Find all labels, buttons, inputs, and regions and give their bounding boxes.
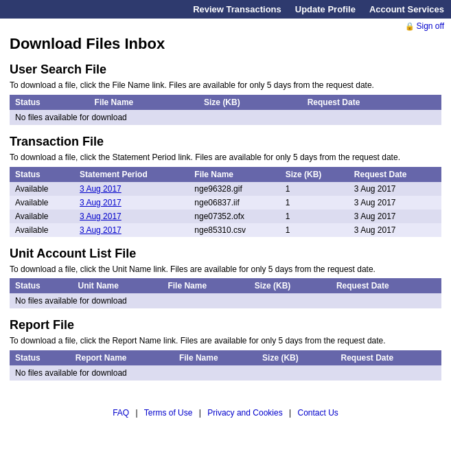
report-table: Status Report Name File Name Size (KB) R… [10, 350, 441, 381]
trans-date: 3 Aug 2017 [349, 209, 441, 223]
trans-col-date: Request Date [349, 167, 441, 182]
trans-filename: nge96328.gif [189, 182, 279, 196]
unit-col-size: Size (KB) [249, 278, 331, 293]
report-col-size: Size (KB) [257, 350, 335, 365]
trans-filename: nge06837.iif [189, 196, 279, 209]
report-col-date: Request Date [336, 350, 441, 365]
table-row: Available 3 Aug 2017 nge07352.ofx 1 3 Au… [10, 209, 441, 223]
unit-col-date: Request Date [331, 278, 441, 293]
user-search-title: User Search File [10, 63, 441, 77]
page-title: Download Files Inbox [10, 35, 441, 53]
table-row: Available 3 Aug 2017 nge96328.gif 1 3 Au… [10, 182, 441, 196]
unit-account-table: Status Unit Name File Name Size (KB) Req… [10, 278, 441, 308]
nav-account-services[interactable]: Account Services [369, 4, 444, 14]
report-empty: No files available for download [10, 365, 441, 381]
user-search-col-date: Request Date [302, 95, 441, 110]
user-search-table: Status File Name Size (KB) Request Date … [10, 95, 441, 125]
trans-status: Available [10, 182, 74, 196]
report-section: Report File To download a file, click th… [10, 318, 441, 381]
trans-status: Available [10, 209, 74, 223]
report-desc: To download a file, click the Report Nam… [10, 335, 441, 347]
table-row: No files available for download [10, 293, 441, 308]
footer-sep-1: | [136, 408, 138, 418]
trans-size: 1 [280, 182, 349, 196]
trans-period[interactable]: 3 Aug 2017 [74, 182, 189, 196]
footer: FAQ | Terms of Use | Privacy and Cookies… [0, 387, 451, 427]
signoff-link[interactable]: 🔒Sign off [405, 21, 444, 31]
user-search-section: User Search File To download a file, cli… [10, 63, 441, 125]
trans-col-period: Statement Period [74, 167, 189, 182]
unit-col-name: Unit Name [73, 278, 163, 293]
user-search-desc: To download a file, click the File Name … [10, 80, 441, 91]
table-row: Available 3 Aug 2017 nge85310.csv 1 3 Au… [10, 223, 441, 237]
top-nav: Review Transactions Update Profile Accou… [0, 0, 451, 19]
trans-filename: nge85310.csv [189, 223, 279, 237]
user-search-col-status: Status [10, 95, 89, 110]
report-col-name: Report Name [70, 350, 174, 365]
footer-sep-3: | [289, 408, 291, 418]
footer-sep-2: | [199, 408, 201, 418]
unit-empty: No files available for download [10, 293, 441, 308]
trans-size: 1 [280, 196, 349, 209]
footer-faq[interactable]: FAQ [113, 408, 129, 418]
user-search-empty: No files available for download [10, 110, 441, 125]
table-row: No files available for download [10, 365, 441, 381]
trans-period[interactable]: 3 Aug 2017 [74, 196, 189, 209]
report-col-filename: File Name [174, 350, 257, 365]
trans-status: Available [10, 196, 74, 209]
trans-col-size: Size (KB) [280, 167, 349, 182]
footer-privacy[interactable]: Privacy and Cookies [207, 408, 282, 418]
trans-col-status: Status [10, 167, 74, 182]
report-col-status: Status [10, 350, 70, 365]
trans-size: 1 [280, 209, 349, 223]
report-title: Report File [10, 318, 441, 332]
transaction-desc: To download a file, click the Statement … [10, 152, 441, 163]
nav-review-transactions[interactable]: Review Transactions [193, 4, 281, 14]
transaction-title: Transaction File [10, 135, 441, 149]
unit-account-desc: To download a file, click the Unit Name … [10, 264, 441, 275]
unit-col-filename: File Name [162, 278, 248, 293]
trans-period[interactable]: 3 Aug 2017 [74, 209, 189, 223]
user-search-col-size: Size (KB) [198, 95, 302, 110]
trans-col-filename: File Name [189, 167, 279, 182]
nav-update-profile[interactable]: Update Profile [295, 4, 356, 14]
trans-status: Available [10, 223, 74, 237]
table-row: No files available for download [10, 110, 441, 125]
trans-date: 3 Aug 2017 [349, 182, 441, 196]
unit-account-section: Unit Account List File To download a fil… [10, 247, 441, 309]
footer-terms[interactable]: Terms of Use [144, 408, 193, 418]
signoff-row: 🔒Sign off [0, 19, 451, 32]
table-row: Available 3 Aug 2017 nge06837.iif 1 3 Au… [10, 196, 441, 209]
transaction-section: Transaction File To download a file, cli… [10, 135, 441, 237]
trans-period[interactable]: 3 Aug 2017 [74, 223, 189, 237]
transaction-table: Status Statement Period File Name Size (… [10, 167, 441, 237]
unit-account-title: Unit Account List File [10, 247, 441, 261]
unit-col-status: Status [10, 278, 73, 293]
main-content: Download Files Inbox User Search File To… [0, 32, 451, 387]
trans-size: 1 [280, 223, 349, 237]
trans-filename: nge07352.ofx [189, 209, 279, 223]
trans-date: 3 Aug 2017 [349, 196, 441, 209]
trans-date: 3 Aug 2017 [349, 223, 441, 237]
user-search-col-filename: File Name [89, 95, 198, 110]
footer-contact[interactable]: Contact Us [297, 408, 338, 418]
lock-icon: 🔒 [405, 22, 415, 30]
